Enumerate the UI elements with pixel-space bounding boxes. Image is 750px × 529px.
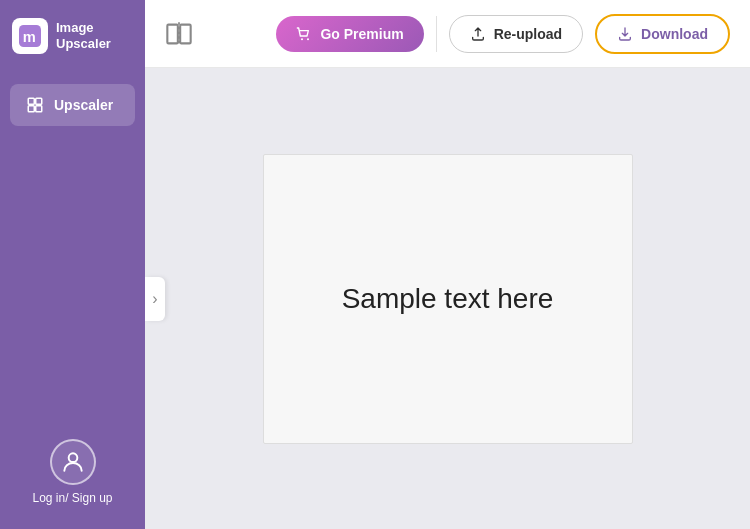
svg-rect-5 [36,106,42,112]
reupload-label: Re-upload [494,26,562,42]
sidebar-bottom: Log in/ Sign up [0,439,145,505]
sidebar-item-upscaler[interactable]: Upscaler [10,84,135,126]
collapse-handle[interactable]: › [145,277,165,321]
logo-text: Image Upscaler [56,20,111,51]
sidebar: m Image Upscaler Upscaler Log in/ Sign u [0,0,145,529]
logo-name-top: Image [56,20,111,36]
download-button[interactable]: Download [595,14,730,54]
login-label[interactable]: Log in/ Sign up [32,491,112,505]
svg-rect-8 [180,24,191,43]
svg-text:m: m [23,29,36,45]
svg-rect-7 [167,24,178,43]
image-canvas: Sample text here [263,154,633,444]
toolbar-left [165,20,262,48]
cart-icon [296,26,312,42]
svg-point-6 [68,453,77,462]
user-icon [60,449,86,475]
svg-rect-2 [28,98,34,104]
go-premium-button[interactable]: Go Premium [276,16,423,52]
app-logo: m Image Upscaler [0,0,145,72]
reupload-button[interactable]: Re-upload [449,15,583,53]
main-content: Go Premium Re-upload Download › [145,0,750,529]
logo-name-bottom: Upscaler [56,36,111,52]
upload-icon [470,26,486,42]
svg-point-10 [301,38,303,40]
svg-point-11 [307,38,309,40]
download-icon [617,26,633,42]
collapse-icon: › [152,290,157,308]
toolbar: Go Premium Re-upload Download [145,0,750,68]
logo-icon: m [12,18,48,54]
svg-rect-4 [28,106,34,112]
canvas-area: › Sample text here [145,68,750,529]
avatar[interactable] [50,439,96,485]
sidebar-nav: Upscaler [0,80,145,130]
compare-icon[interactable] [165,20,193,48]
download-label: Download [641,26,708,42]
sample-text: Sample text here [342,283,554,315]
sidebar-item-label: Upscaler [54,97,113,113]
toolbar-divider [436,16,437,52]
premium-label: Go Premium [320,26,403,42]
svg-rect-3 [36,98,42,104]
toolbar-actions: Go Premium Re-upload Download [276,14,730,54]
upscaler-icon [26,96,44,114]
